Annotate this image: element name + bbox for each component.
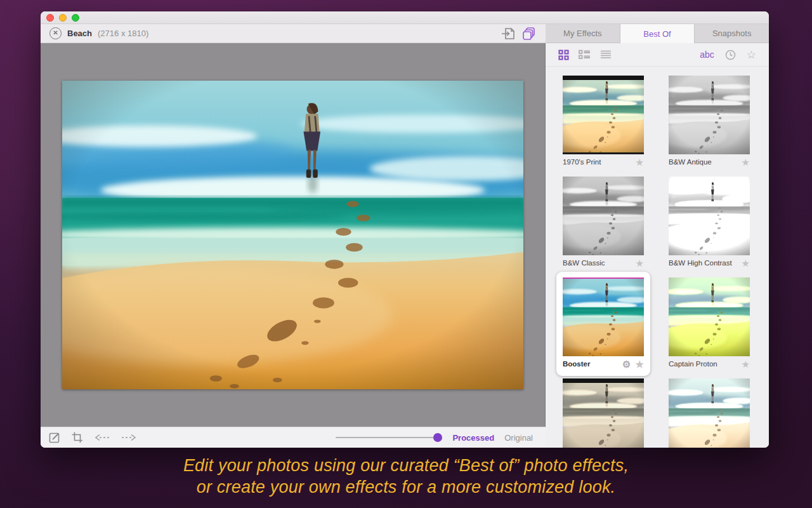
effect-name: Booster: [563, 360, 590, 368]
export-button[interactable]: [501, 27, 516, 41]
effect-cell[interactable]: [563, 378, 644, 448]
effect-settings-gear-icon[interactable]: ⚙: [622, 359, 631, 369]
list-thumb-view-button[interactable]: [579, 50, 591, 60]
document-dimensions: (2716 x 1810): [98, 29, 148, 38]
document-toolbar: ✕ Beach (2716 x 1810): [41, 24, 546, 43]
marketing-caption: Edit your photos using our curated “Best…: [0, 455, 812, 498]
undo-arrow-icon: [94, 433, 110, 442]
app-window: ✕ Beach (2716 x 1810): [41, 11, 769, 448]
beach-scene: [563, 277, 644, 356]
effects-sidebar: My Effects Best Of Snapshots: [546, 24, 769, 448]
minimize-window-button[interactable]: [59, 14, 67, 22]
slider-knob[interactable]: [433, 433, 442, 442]
beach-scene: [669, 177, 750, 255]
effect-thumbnail[interactable]: [669, 277, 750, 356]
edit-icon: [48, 431, 61, 444]
favorite-star-icon[interactable]: ★: [636, 359, 644, 369]
effect-thumbnail[interactable]: [563, 378, 644, 448]
favorite-star-icon[interactable]: ★: [742, 157, 750, 167]
processed-toggle[interactable]: Processed: [452, 433, 494, 443]
film-frame-bar: [563, 152, 644, 154]
close-window-button[interactable]: [46, 14, 54, 22]
effect-name: B&W High Contrast: [669, 259, 732, 267]
duplicate-button[interactable]: [521, 26, 537, 41]
favorite-star-icon[interactable]: ★: [742, 258, 750, 268]
effect-thumbnail[interactable]: [669, 177, 750, 255]
favorite-star-icon[interactable]: ★: [636, 258, 644, 268]
effect-name: 1970's Print: [563, 158, 601, 166]
effect-cell[interactable]: 1970's Print★: [563, 76, 644, 170]
film-frame-bar: [563, 76, 644, 80]
effects-grid: 1970's Print★: [546, 67, 769, 448]
effect-cell[interactable]: Captain Proton★: [669, 277, 750, 371]
redo-button[interactable]: [121, 433, 137, 442]
photo-canvas: [41, 43, 546, 427]
beach-scene: [563, 76, 644, 154]
beach-scene: [563, 177, 644, 255]
beach-scene: [669, 277, 750, 356]
grid-view-button[interactable]: [558, 50, 569, 60]
clock-icon: [725, 50, 736, 60]
redo-arrow-icon: [121, 433, 137, 442]
grid-view-icon: [558, 50, 569, 60]
document-title: Beach: [67, 29, 92, 38]
list-view-icon: [600, 50, 612, 59]
slider-track: [336, 437, 442, 438]
original-toggle[interactable]: Original: [504, 433, 533, 443]
effect-thumbnail[interactable]: [563, 277, 644, 356]
favorites-filter-button[interactable]: ☆: [747, 50, 756, 60]
view-options-toolbar: abc ☆: [546, 43, 769, 67]
effect-thumbnail[interactable]: [563, 76, 644, 154]
effect-name: B&W Antique: [669, 158, 712, 166]
window-titlebar[interactable]: [41, 11, 769, 24]
sidebar-tabs: My Effects Best Of Snapshots: [546, 24, 769, 43]
tab-my-effects[interactable]: My Effects: [546, 24, 620, 43]
favorite-star-icon[interactable]: ★: [742, 359, 750, 369]
list-thumb-view-icon: [579, 50, 591, 60]
export-icon: [501, 27, 516, 41]
effect-cell[interactable]: Booster⚙★: [563, 277, 644, 371]
effect-cell[interactable]: B&W High Contrast★: [669, 177, 750, 271]
zoom-window-button[interactable]: [72, 14, 79, 22]
effect-accent-line: [563, 277, 644, 279]
effect-name: B&W Classic: [563, 259, 605, 267]
effect-thumbnail[interactable]: [669, 76, 750, 154]
beach-scene: [669, 378, 750, 448]
tab-best-of[interactable]: Best Of: [620, 24, 695, 43]
effect-thumbnail[interactable]: [563, 177, 644, 255]
caption-line-1: Edit your photos using our curated “Best…: [0, 455, 812, 476]
copies-icon: [521, 26, 537, 41]
effect-cell[interactable]: B&W Antique★: [669, 76, 750, 170]
close-document-icon[interactable]: ✕: [49, 27, 62, 39]
beach-scene: [669, 76, 750, 154]
effect-cell[interactable]: [669, 378, 750, 448]
crop-icon: [71, 431, 84, 444]
undo-button[interactable]: [94, 433, 110, 442]
bottom-toolbar: Processed Original: [41, 427, 546, 448]
edit-adjust-button[interactable]: [48, 431, 61, 444]
sort-recent-button[interactable]: [725, 50, 736, 60]
effect-thumbnail[interactable]: [669, 378, 750, 448]
sort-alphabetical-button[interactable]: abc: [700, 50, 714, 60]
film-frame-bar: [563, 378, 644, 383]
favorite-star-icon[interactable]: ★: [636, 157, 644, 167]
effect-name: Captain Proton: [669, 360, 717, 368]
effect-cell[interactable]: B&W Classic★: [563, 177, 644, 271]
photo-canvas-image[interactable]: [62, 81, 523, 389]
caption-line-2: or create your own effects for a more cu…: [0, 476, 812, 498]
editor-pane: ✕ Beach (2716 x 1810): [41, 24, 546, 448]
beach-scene: [62, 81, 523, 389]
crop-button[interactable]: [71, 431, 84, 444]
effect-intensity-slider[interactable]: [336, 433, 442, 442]
beach-scene: [563, 378, 644, 448]
list-view-button[interactable]: [600, 50, 612, 59]
tab-snapshots[interactable]: Snapshots: [695, 24, 769, 43]
